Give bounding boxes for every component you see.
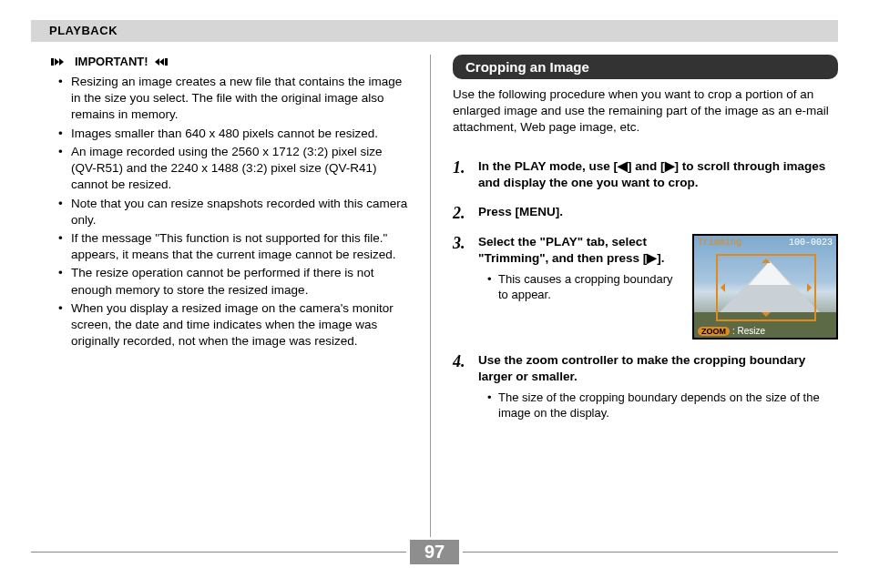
svg-marker-2 — [59, 58, 64, 66]
step-1: 1. In the PLAY mode, use [◀] and [▶] to … — [453, 158, 838, 191]
right-column: Cropping an Image Use the following proc… — [430, 55, 838, 537]
step-number: 1. — [453, 158, 471, 191]
svg-rect-0 — [51, 58, 54, 66]
osd-trimming-label: Trimming — [698, 238, 741, 248]
step-number: 2. — [453, 204, 471, 221]
step-number: 4. — [453, 352, 471, 421]
crop-boundary — [716, 254, 816, 321]
step-title: In the PLAY mode, use [◀] and [▶] to scr… — [478, 158, 838, 191]
important-heading: IMPORTANT! — [51, 55, 408, 68]
page-footer: 97 — [31, 540, 838, 564]
two-column-layout: IMPORTANT! Resizing an image creates a n… — [31, 55, 838, 537]
arrow-down-icon — [762, 312, 771, 321]
back-marks-icon — [154, 56, 172, 67]
manual-page: PLAYBACK IMPORTANT! — [0, 0, 869, 588]
section-header-text: PLAYBACK — [49, 24, 118, 37]
arrow-left-icon — [716, 283, 725, 292]
osd-counter: 100-0023 — [789, 238, 833, 248]
list-item: When you display a resized image on the … — [62, 300, 408, 350]
step-title: Select the "PLAY" tab, select "Trimming"… — [478, 234, 680, 267]
left-column: IMPORTANT! Resizing an image creates a n… — [31, 55, 430, 537]
zoom-badge: ZOOM — [698, 327, 730, 336]
important-label: IMPORTANT! — [75, 55, 148, 68]
arrow-up-icon — [762, 254, 771, 263]
arrow-right-icon — [807, 283, 816, 292]
step-note: The size of the cropping boundary depend… — [489, 390, 838, 421]
list-item: Note that you can resize snapshots recor… — [62, 196, 408, 228]
important-list: Resizing an image creates a new file tha… — [31, 74, 408, 350]
svg-marker-1 — [55, 58, 59, 66]
osd-top-row: Trimming 100-0023 — [698, 238, 833, 248]
osd-resize-label: : Resize — [732, 326, 765, 336]
section-title: Cropping an Image — [453, 55, 838, 79]
list-item: Images smaller than 640 x 480 pixels can… — [62, 126, 408, 142]
forward-marks-icon — [51, 56, 69, 67]
step-number: 3. — [453, 234, 471, 340]
step-title: Use the zoom controller to make the crop… — [478, 352, 838, 385]
osd-bottom-row: ZOOM : Resize — [698, 326, 765, 336]
svg-rect-5 — [165, 58, 168, 66]
section-header: PLAYBACK — [31, 20, 838, 42]
footer-rule-right — [463, 552, 838, 553]
section-title-text: Cropping an Image — [465, 59, 589, 75]
camera-screenshot: Trimming 100-0023 ZOOM : Resize — [692, 234, 838, 340]
list-item: If the message "This function is not sup… — [62, 230, 408, 263]
list-item: The resize operation cannot be performed… — [62, 265, 408, 298]
list-item: An image recorded using the 2560 x 1712 … — [62, 144, 408, 194]
svg-marker-4 — [159, 58, 164, 66]
page-number: 97 — [410, 540, 459, 564]
step-title: Press [MENU]. — [478, 204, 838, 220]
step-note: This causes a cropping boundary to appea… — [489, 271, 680, 303]
step-4: 4. Use the zoom controller to make the c… — [453, 352, 838, 421]
steps-list: 1. In the PLAY mode, use [◀] and [▶] to … — [453, 158, 838, 421]
intro-text: Use the following procedure when you wan… — [453, 86, 838, 137]
svg-marker-3 — [155, 58, 159, 66]
footer-rule-left — [31, 552, 406, 553]
list-item: Resizing an image creates a new file tha… — [62, 74, 408, 124]
step-3: 3. Select the "PLAY" tab, select "Trimmi… — [453, 234, 838, 340]
step-2: 2. Press [MENU]. — [453, 204, 838, 221]
